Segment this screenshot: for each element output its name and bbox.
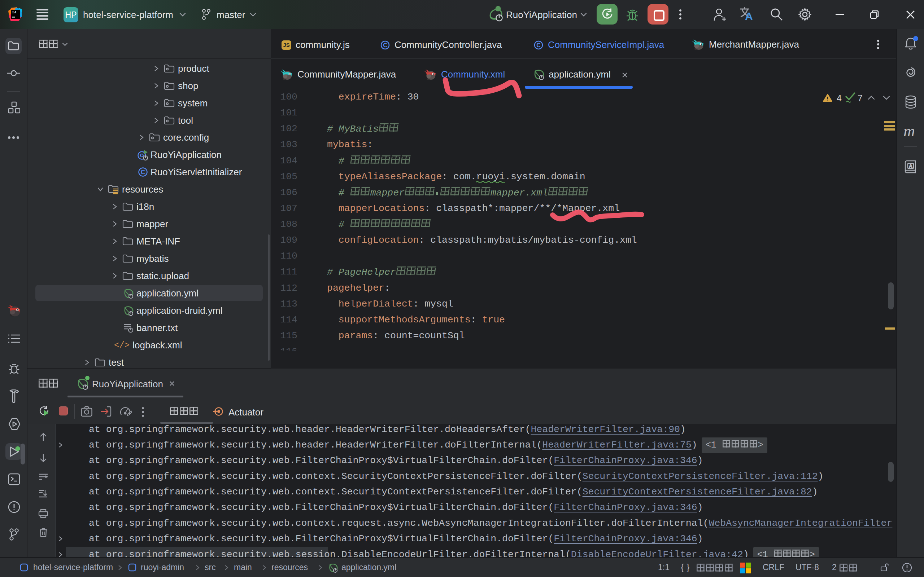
svg-text:C: C	[536, 42, 541, 48]
svg-text:A: A	[909, 164, 912, 169]
svg-text:C: C	[141, 169, 145, 176]
svg-text:IJ: IJ	[12, 10, 16, 15]
svg-text:C: C	[383, 42, 387, 48]
